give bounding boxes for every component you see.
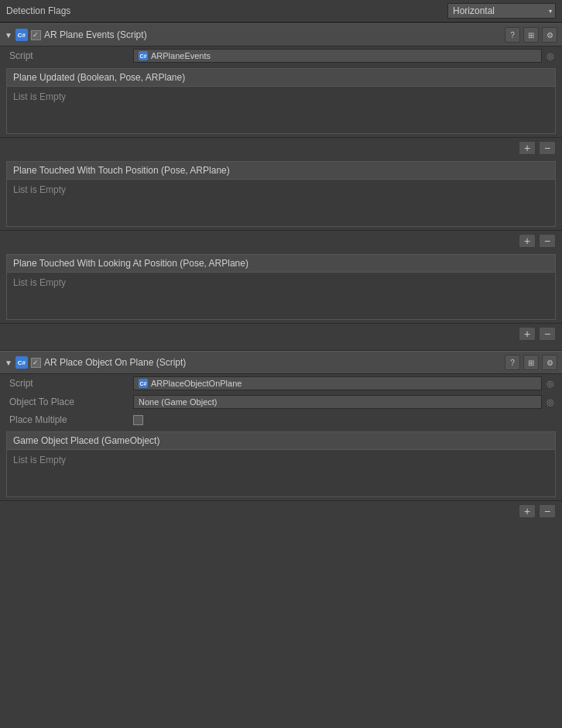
plane-touched-looking-section: Plane Touched With Looking At Position (… xyxy=(6,254,556,320)
place-multiple-label: Place Multiple xyxy=(9,414,133,425)
ar-place-object-block: ▼ C# AR Place Object On Plane (Script) ?… xyxy=(0,350,562,521)
horizontal-dropdown[interactable]: Horizontal ▾ xyxy=(447,3,556,19)
dropdown-value: Horizontal xyxy=(453,5,495,16)
place-multiple-checkbox[interactable] xyxy=(133,415,143,425)
plane-touched-touch-empty: List is Empty xyxy=(7,180,555,226)
plane-touched-touch-add-button[interactable]: + xyxy=(519,234,536,248)
game-object-placed-remove-button[interactable]: − xyxy=(539,504,556,518)
game-object-placed-footer: + − xyxy=(0,500,562,521)
script-value-2: C# ARPlaceObjectOnPlane ◎ xyxy=(133,376,556,390)
place-multiple-row: Place Multiple xyxy=(0,411,562,428)
object-to-place-value: None (Game Object) ◎ xyxy=(133,395,556,409)
plane-updated-header: Plane Updated (Boolean, Pose, ARPlane) xyxy=(7,69,555,87)
plane-touched-touch-section: Plane Touched With Touch Position (Pose,… xyxy=(6,161,556,227)
ar-place-object-title: AR Place Object On Plane (Script) xyxy=(44,357,505,368)
fold-arrow-icon[interactable]: ▼ xyxy=(5,31,12,39)
plane-touched-touch-header: Plane Touched With Touch Position (Pose,… xyxy=(7,162,555,180)
object-to-place-target-icon[interactable]: ◎ xyxy=(545,397,556,407)
plane-updated-section: Plane Updated (Boolean, Pose, ARPlane) L… xyxy=(6,68,556,134)
script-field[interactable]: C# ARPlaneEvents xyxy=(133,49,542,63)
object-to-place-text: None (Game Object) xyxy=(139,397,217,407)
ar-plane-events-title: AR Plane Events (Script) xyxy=(44,29,505,40)
header-icons-2: ? ⊞ ⚙ xyxy=(505,355,557,370)
script-cs-icon-2: C# xyxy=(139,379,148,388)
header-icons: ? ⊞ ⚙ xyxy=(505,27,557,43)
game-object-placed-add-button[interactable]: + xyxy=(519,504,536,518)
cs-icon: C# xyxy=(15,29,28,41)
script-cs-icon: C# xyxy=(139,51,148,60)
plane-touched-looking-empty: List is Empty xyxy=(7,273,555,319)
plane-touched-looking-header: Plane Touched With Looking At Position (… xyxy=(7,255,555,273)
dropdown-arrow-icon: ▾ xyxy=(549,8,552,15)
help-icon-button-2[interactable]: ? xyxy=(505,355,520,370)
ar-plane-events-checkbox[interactable] xyxy=(31,30,41,40)
place-multiple-value xyxy=(133,415,556,425)
help-icon-button[interactable]: ? xyxy=(505,27,520,43)
plane-updated-footer: + − xyxy=(0,137,562,158)
ar-place-object-checkbox[interactable] xyxy=(31,358,41,368)
cs-icon-2: C# xyxy=(15,356,28,369)
ar-plane-events-block: ▼ C# AR Plane Events (Script) ? ⊞ ⚙ Scri… xyxy=(0,22,562,344)
script-target-icon-2[interactable]: ◎ xyxy=(545,378,556,389)
ar-plane-events-header: ▼ C# AR Plane Events (Script) ? ⊞ ⚙ xyxy=(0,23,562,46)
object-to-place-field[interactable]: None (Game Object) xyxy=(133,395,542,409)
object-to-place-row: Object To Place None (Game Object) ◎ xyxy=(0,393,562,411)
script-name: ARPlaneEvents xyxy=(151,51,211,60)
game-object-placed-header: Game Object Placed (GameObject) xyxy=(7,432,555,450)
plane-updated-remove-button[interactable]: − xyxy=(539,141,556,155)
detection-flags-label: Detection Flags xyxy=(6,5,70,16)
layout-icon-button-2[interactable]: ⊞ xyxy=(523,355,539,370)
script-label: Script xyxy=(9,50,133,61)
ar-place-object-header: ▼ C# AR Place Object On Plane (Script) ?… xyxy=(0,351,562,374)
top-bar: Detection Flags Horizontal ▾ xyxy=(0,0,562,22)
plane-updated-empty: List is Empty xyxy=(7,87,555,133)
script-name-2: ARPlaceObjectOnPlane xyxy=(151,379,242,388)
game-object-placed-section: Game Object Placed (GameObject) List is … xyxy=(6,431,556,497)
script-field-2[interactable]: C# ARPlaceObjectOnPlane xyxy=(133,376,542,390)
plane-touched-looking-footer: + − xyxy=(0,323,562,344)
script-value: C# ARPlaneEvents ◎ xyxy=(133,49,556,63)
layout-icon-button[interactable]: ⊞ xyxy=(523,27,539,43)
game-object-placed-empty: List is Empty xyxy=(7,450,555,496)
gear-icon-button[interactable]: ⚙ xyxy=(542,27,557,43)
gear-icon-button-2[interactable]: ⚙ xyxy=(542,355,557,370)
plane-touched-touch-remove-button[interactable]: − xyxy=(539,234,556,248)
plane-touched-touch-footer: + − xyxy=(0,230,562,251)
script-label-2: Script xyxy=(9,378,133,389)
plane-updated-add-button[interactable]: + xyxy=(519,141,536,155)
script-row-2: Script C# ARPlaceObjectOnPlane ◎ xyxy=(0,374,562,393)
fold-arrow-icon-2[interactable]: ▼ xyxy=(5,359,12,367)
plane-touched-looking-remove-button[interactable]: − xyxy=(539,327,556,341)
object-to-place-label: Object To Place xyxy=(9,397,133,407)
script-target-icon[interactable]: ◎ xyxy=(545,50,556,61)
plane-touched-looking-add-button[interactable]: + xyxy=(519,327,536,341)
script-row: Script C# ARPlaneEvents ◎ xyxy=(0,46,562,65)
